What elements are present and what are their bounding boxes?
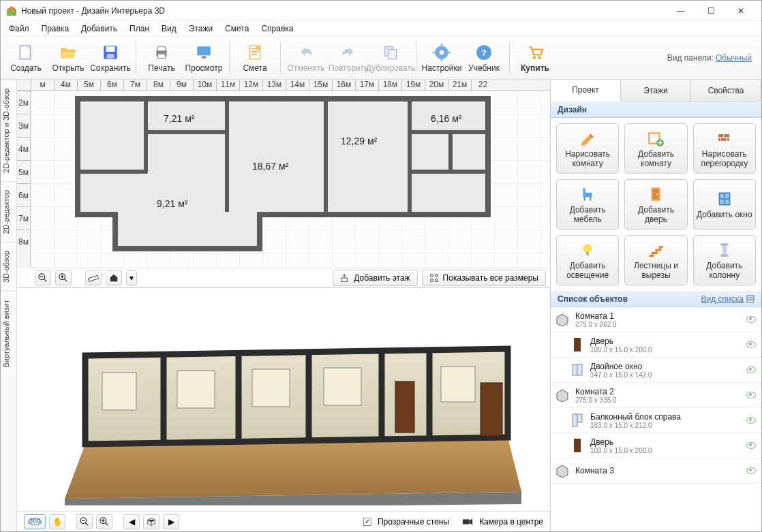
- add-light-button[interactable]: Добавить освещение: [556, 235, 619, 285]
- room-area-3: 12,29 м²: [341, 136, 377, 146]
- stairs-icon: [647, 241, 665, 259]
- camera-icon: [462, 518, 473, 526]
- vtab-virtual[interactable]: Виртуальный визит: [1, 291, 16, 376]
- view-3d[interactable]: ТВОИ ПРОГРАММЫ РУ 360 ✋ ◀ ▶ ✓ Прозрачные…: [17, 287, 550, 531]
- visibility-toggle[interactable]: [746, 392, 756, 398]
- tab-properties[interactable]: Свойства: [691, 80, 761, 101]
- menu-help[interactable]: Справка: [256, 22, 299, 35]
- zoom-in-3d-button[interactable]: [96, 514, 112, 529]
- add-floor-icon: [340, 273, 350, 283]
- svg-rect-47: [718, 134, 724, 137]
- create-button[interactable]: Создать: [5, 39, 47, 77]
- duplicate-button[interactable]: Дублировать: [369, 39, 412, 77]
- visibility-toggle[interactable]: [746, 467, 756, 474]
- cart-icon: [525, 43, 545, 62]
- redo-button[interactable]: Повторить: [327, 39, 369, 77]
- floor-plan[interactable]: 7,21 м² 18,67 м² 12,29 м² 6,16 м² 9,21 м…: [75, 96, 491, 251]
- zoom-in-button[interactable]: [55, 270, 72, 285]
- settings-button[interactable]: Настройки: [421, 39, 463, 77]
- save-button[interactable]: Сохранить: [89, 39, 132, 77]
- menu-file[interactable]: Файл: [3, 22, 35, 35]
- vtab-2d[interactable]: 2D-редактор: [1, 181, 16, 242]
- svg-rect-26: [430, 274, 433, 277]
- minimize-button[interactable]: —: [666, 1, 696, 20]
- camera-center-label[interactable]: Камера в центре: [479, 517, 543, 527]
- add-door-button[interactable]: Добавить дверь: [624, 179, 687, 230]
- preview-button[interactable]: Просмотр: [183, 39, 225, 77]
- object-door-1[interactable]: Дверь100.0 x 15.0 x 200.0: [551, 332, 761, 358]
- menu-floors[interactable]: Этажи: [183, 22, 218, 35]
- object-room-1[interactable]: Комната 1275.0 x 262.0: [551, 307, 761, 332]
- svg-rect-64: [720, 254, 728, 256]
- menu-estimate[interactable]: Смета: [219, 22, 254, 35]
- object-balcony-block[interactable]: Балконный блок справа183.0 x 15.0 x 212.…: [551, 408, 761, 433]
- add-column-button[interactable]: Добавить колонну: [693, 235, 756, 285]
- svg-rect-53: [583, 188, 585, 193]
- svg-rect-70: [574, 439, 581, 452]
- measure-button[interactable]: [85, 270, 102, 285]
- plan-2d-view[interactable]: м4м5м6м7м8м9м10м11м12м13м14м15м16м17м18м…: [17, 80, 550, 287]
- print-button[interactable]: Печать: [140, 39, 183, 77]
- object-room-2[interactable]: Комната 2275.0 x 335.0: [551, 383, 761, 408]
- panel-mode-link[interactable]: Обычный: [716, 53, 752, 63]
- menu-plan[interactable]: План: [124, 22, 155, 35]
- view-next-button[interactable]: ▶: [163, 514, 179, 529]
- maximize-button[interactable]: ☐: [696, 1, 726, 20]
- zoom-out-button[interactable]: [35, 270, 51, 285]
- buy-button[interactable]: Купить: [514, 39, 556, 77]
- menu-view[interactable]: Вид: [156, 22, 182, 35]
- menu-edit[interactable]: Правка: [36, 22, 75, 35]
- vtab-2d-3d[interactable]: 2D-редактор и 3D-обзор: [1, 80, 16, 181]
- svg-rect-48: [724, 134, 730, 137]
- save-icon: [101, 43, 120, 62]
- home-button[interactable]: [106, 270, 122, 285]
- object-tree[interactable]: Комната 1275.0 x 262.0 Дверь100.0 x 15.0…: [551, 307, 761, 531]
- object-room-3[interactable]: Комната 3: [551, 458, 761, 484]
- svg-text:360: 360: [29, 517, 41, 525]
- list-view-link[interactable]: Вид списка: [701, 294, 755, 304]
- view-prev-button[interactable]: ◀: [123, 514, 140, 529]
- show-dims-button[interactable]: Показывать все размеры: [422, 270, 546, 286]
- svg-point-60: [583, 244, 592, 253]
- panel-mode-selector: Вид панели: Обычный: [667, 53, 757, 63]
- add-floor-button[interactable]: Добавить этаж: [333, 270, 417, 286]
- pan-button[interactable]: ✋: [49, 514, 65, 529]
- stairs-button[interactable]: Лестницы и вырезы: [624, 235, 687, 285]
- undo-button[interactable]: Отменить: [285, 39, 327, 77]
- design-section-header: Дизайн: [551, 101, 761, 118]
- close-button[interactable]: ✕: [726, 1, 756, 20]
- visibility-toggle[interactable]: [746, 417, 756, 424]
- draw-partition-button[interactable]: Нарисовать перегородку: [693, 123, 756, 174]
- transparent-walls-label: Прозрачные стены: [378, 517, 449, 527]
- add-room-button[interactable]: Добавить комнату: [624, 123, 687, 174]
- objects-section-header: Список объектов Вид списка: [551, 291, 761, 307]
- visibility-toggle[interactable]: [746, 341, 756, 348]
- svg-point-21: [538, 56, 540, 59]
- tutorial-button[interactable]: ?Учебник: [463, 39, 505, 77]
- room-area-2: 18,67 м²: [252, 161, 288, 172]
- visibility-toggle[interactable]: [746, 316, 756, 323]
- object-door-2[interactable]: Дверь100.0 x 15.0 x 200.0: [551, 433, 761, 458]
- tab-floors[interactable]: Этажи: [621, 80, 691, 101]
- visibility-toggle[interactable]: [746, 366, 756, 373]
- dropdown-button[interactable]: ▾: [126, 270, 137, 285]
- column-icon: [716, 241, 733, 259]
- menu-add[interactable]: Добавить: [76, 22, 123, 35]
- draw-room-button[interactable]: Нарисовать комнату: [556, 123, 619, 174]
- vtab-3d[interactable]: 3D-обзор: [1, 242, 16, 291]
- view-cube-button[interactable]: [143, 514, 159, 529]
- svg-point-58: [657, 193, 658, 194]
- zoom-out-3d-button[interactable]: [76, 514, 93, 529]
- open-button[interactable]: Открыть: [47, 39, 89, 77]
- add-furniture-button[interactable]: Добавить мебель: [556, 179, 619, 230]
- window-icon: [716, 190, 733, 208]
- add-window-button[interactable]: Добавить окно: [693, 179, 756, 230]
- object-window-1[interactable]: Двойное окно147.0 x 15.0 x 142.0: [551, 358, 761, 383]
- transparent-walls-checkbox[interactable]: ✓: [363, 518, 371, 526]
- svg-rect-61: [586, 252, 589, 255]
- visibility-toggle[interactable]: [746, 442, 756, 449]
- rotate-360-button[interactable]: 360: [24, 514, 46, 529]
- tab-project[interactable]: Проект: [551, 80, 621, 101]
- title-bar: Новый проект - Дизайн Интерьера 3D — ☐ ✕: [1, 1, 761, 21]
- estimate-button[interactable]: Смета: [234, 39, 276, 77]
